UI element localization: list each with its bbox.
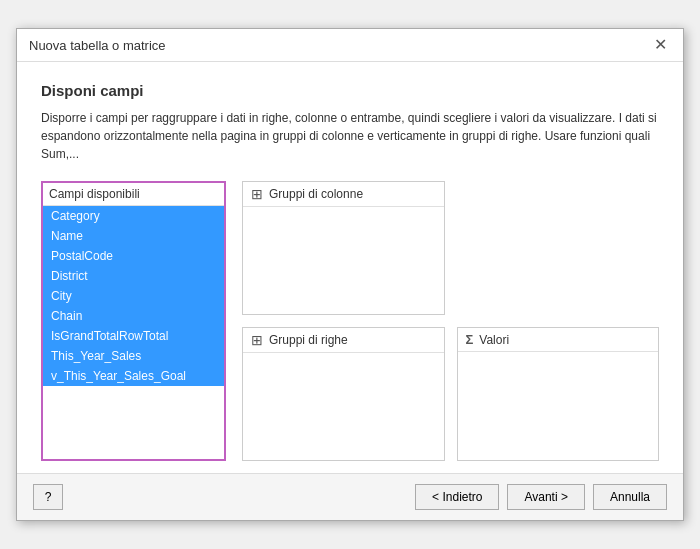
help-button[interactable]: ? [33,484,63,510]
list-item[interactable]: City [43,286,224,306]
list-item[interactable]: Category [43,206,224,226]
titlebar: Nuova tabella o matrice ✕ [17,29,683,62]
list-item[interactable]: Name [43,226,224,246]
fields-area: Campi disponibili CategoryNamePostalCode… [41,181,659,461]
description: Disporre i campi per raggruppare i dati … [41,109,659,163]
list-item[interactable]: This_Year_Sales [43,346,224,366]
dialog-title: Nuova tabella o matrice [29,38,166,53]
column-groups-content[interactable] [243,207,444,314]
footer-left: ? [33,484,63,510]
dialog-body: Disponi campi Disporre i campi per raggr… [17,62,683,473]
values-panel: Σ Valori [457,327,660,461]
dialog-footer: ? < Indietro Avanti > Annulla [17,473,683,520]
list-item[interactable]: v_This_Year_Sales_Goal [43,366,224,386]
column-groups-label: Gruppi di colonne [269,187,363,201]
values-header: Σ Valori [458,328,659,352]
right-panels: ⊞ Gruppi di colonne ⊞ Gruppi di righe [242,181,659,461]
row-groups-header: ⊞ Gruppi di righe [243,328,444,353]
row-groups-icon: ⊞ [251,332,263,348]
cancel-button[interactable]: Annulla [593,484,667,510]
list-item[interactable]: Chain [43,306,224,326]
values-label: Valori [479,333,509,347]
list-item[interactable]: District [43,266,224,286]
dialog: Nuova tabella o matrice ✕ Disponi campi … [16,28,684,521]
row-groups-panel: ⊞ Gruppi di righe [242,327,445,461]
back-button[interactable]: < Indietro [415,484,499,510]
row-groups-content[interactable] [243,353,444,460]
footer-right: < Indietro Avanti > Annulla [415,484,667,510]
values-icon: Σ [466,332,474,347]
column-groups-header: ⊞ Gruppi di colonne [243,182,444,207]
close-button[interactable]: ✕ [650,37,671,53]
values-content[interactable] [458,352,659,460]
empty-panel-top-right [457,181,660,315]
list-item[interactable]: PostalCode [43,246,224,266]
section-title: Disponi campi [41,82,659,99]
row-groups-label: Gruppi di righe [269,333,348,347]
list-item[interactable]: IsGrandTotalRowTotal [43,326,224,346]
available-fields-panel: Campi disponibili CategoryNamePostalCode… [41,181,226,461]
next-button[interactable]: Avanti > [507,484,584,510]
available-fields-label: Campi disponibili [43,183,224,206]
column-groups-icon: ⊞ [251,186,263,202]
fields-list[interactable]: CategoryNamePostalCodeDistrictCityChainI… [43,206,224,459]
column-groups-panel: ⊞ Gruppi di colonne [242,181,445,315]
